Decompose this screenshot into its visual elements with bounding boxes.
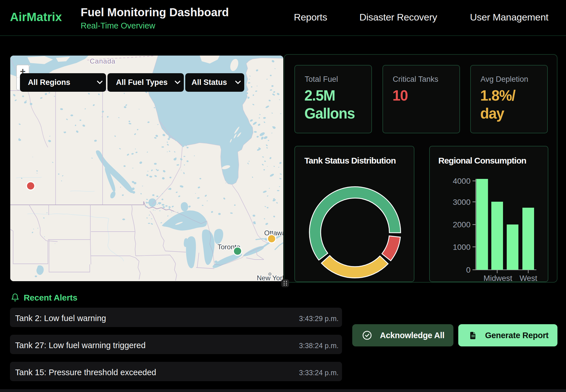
svg-text:3000: 3000 bbox=[453, 198, 471, 207]
svg-text:4000: 4000 bbox=[453, 177, 471, 185]
svg-text:West: West bbox=[520, 274, 538, 283]
svg-text:1000: 1000 bbox=[453, 243, 471, 252]
svg-text:Canada: Canada bbox=[90, 57, 115, 65]
svg-text:2000: 2000 bbox=[453, 220, 471, 229]
svg-text:Midwest: Midwest bbox=[484, 274, 512, 283]
svg-text:0: 0 bbox=[466, 266, 471, 274]
